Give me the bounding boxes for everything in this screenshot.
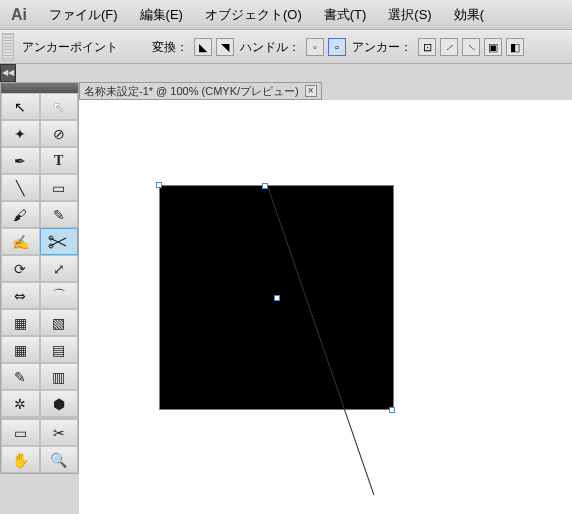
brush-tool[interactable]: 🖌 xyxy=(1,201,40,228)
anchor-opt5-icon[interactable]: ◧ xyxy=(506,38,524,56)
eraser-tool[interactable] xyxy=(40,228,79,255)
line-tool[interactable]: ╲ xyxy=(1,174,40,201)
panel-collapse-button[interactable]: ◀◀ xyxy=(0,64,16,82)
menu-object[interactable]: オブジェクト(O) xyxy=(194,6,313,24)
pencil-tool[interactable]: ✎ xyxy=(40,201,79,228)
hand-tool[interactable]: ✋ xyxy=(1,446,40,473)
direct-select-tool[interactable]: ↖ xyxy=(40,93,79,120)
optbar-grip[interactable] xyxy=(2,33,14,61)
anchor-opt1-icon[interactable]: ⊡ xyxy=(418,38,436,56)
eyedropper-tool[interactable]: ✎ xyxy=(1,363,40,390)
convert-label: 変換： xyxy=(146,39,194,56)
handle-tl[interactable] xyxy=(156,182,162,188)
handle-hide-icon[interactable]: ▫ xyxy=(328,38,346,56)
document-tab[interactable]: 名称未設定-1* @ 100% (CMYK/プレビュー) × xyxy=(79,82,322,100)
handle-show-icon[interactable]: ◦ xyxy=(306,38,324,56)
menu-effect[interactable]: 効果( xyxy=(443,6,495,24)
menu-select[interactable]: 選択(S) xyxy=(377,6,442,24)
rectangle-tool[interactable]: ▭ xyxy=(40,174,79,201)
warp-tool[interactable]: ⌒ xyxy=(40,282,79,309)
graph-tool[interactable]: ⬢ xyxy=(40,390,79,417)
menu-bar: Ai ファイル(F) 編集(E) オブジェクト(O) 書式(T) 選択(S) 効… xyxy=(0,0,572,30)
shape-builder-tool[interactable]: ▦ xyxy=(1,309,40,336)
magic-wand-tool[interactable]: ✦ xyxy=(1,120,40,147)
menu-file[interactable]: ファイル(F) xyxy=(38,6,129,24)
toolbox: ↖ ↖ ✦ ⊘ ✒ T ╲ ▭ 🖌 ✎ ✍ ⟳ ⤢ ⇔ ⌒ ▦ ▧ ▦ ▤ ✎ … xyxy=(0,82,79,474)
zoom-tool[interactable]: 🔍 xyxy=(40,446,79,473)
app-logo: Ai xyxy=(0,6,38,24)
center-point[interactable] xyxy=(274,295,280,301)
menu-type[interactable]: 書式(T) xyxy=(313,6,378,24)
menu-edit[interactable]: 編集(E) xyxy=(129,6,194,24)
document-tab-title: 名称未設定-1* @ 100% (CMYK/プレビュー) xyxy=(84,84,299,99)
type-tool[interactable]: T xyxy=(40,147,79,174)
scissors-icon xyxy=(48,235,70,249)
selection-tool[interactable]: ↖ xyxy=(1,93,40,120)
mesh-tool[interactable]: ▦ xyxy=(1,336,40,363)
live-paint-tool[interactable]: ▧ xyxy=(40,309,79,336)
options-bar: アンカーポイント 変換： ◣ ◥ ハンドル： ◦ ▫ アンカー： ⊡ ⟋ ⟍ ▣… xyxy=(0,30,572,64)
anchor-opt4-icon[interactable]: ▣ xyxy=(484,38,502,56)
tab-close-button[interactable]: × xyxy=(305,85,317,97)
document-tabs: 名称未設定-1* @ 100% (CMYK/プレビュー) × xyxy=(79,82,572,100)
anchor-opt3-icon[interactable]: ⟍ xyxy=(462,38,480,56)
blend-tool[interactable]: ▥ xyxy=(40,363,79,390)
blob-brush-tool[interactable]: ✍ xyxy=(1,228,40,255)
artboard-tool[interactable]: ▭ xyxy=(1,419,40,446)
gradient-tool[interactable]: ▤ xyxy=(40,336,79,363)
handle-tm[interactable] xyxy=(262,183,268,189)
slice-tool[interactable]: ✂ xyxy=(40,419,79,446)
canvas[interactable] xyxy=(79,100,572,514)
handle-label: ハンドル： xyxy=(234,39,306,56)
anchor-label: アンカー： xyxy=(346,39,418,56)
symbol-tool[interactable]: ✲ xyxy=(1,390,40,417)
pen-tool[interactable]: ✒ xyxy=(1,147,40,174)
convert-corner-icon[interactable]: ◣ xyxy=(194,38,212,56)
anchor-point-label: アンカーポイント xyxy=(16,39,124,56)
scale-tool[interactable]: ⤢ xyxy=(40,255,79,282)
cut-path xyxy=(267,186,374,496)
rotate-tool[interactable]: ⟳ xyxy=(1,255,40,282)
anchor-opt2-icon[interactable]: ⟋ xyxy=(440,38,458,56)
toolbox-titlebar[interactable] xyxy=(1,83,78,93)
handle-br[interactable] xyxy=(389,407,395,413)
lasso-tool[interactable]: ⊘ xyxy=(40,120,79,147)
workspace: ◀◀ ↖ ↖ ✦ ⊘ ✒ T ╲ ▭ 🖌 ✎ ✍ ⟳ ⤢ ⇔ ⌒ ▦ ▧ ▦ ▤… xyxy=(0,64,572,514)
width-tool[interactable]: ⇔ xyxy=(1,282,40,309)
convert-smooth-icon[interactable]: ◥ xyxy=(216,38,234,56)
